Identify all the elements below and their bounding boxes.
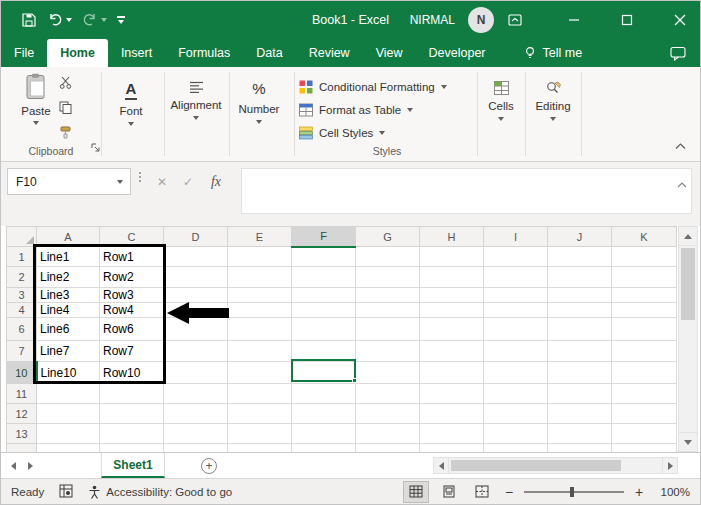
tell-me-box[interactable]: Tell me <box>513 39 593 67</box>
grid-cell[interactable] <box>484 247 548 267</box>
alignment-group-button[interactable]: Alignment <box>167 81 225 120</box>
tab-developer[interactable]: Developer <box>416 39 499 67</box>
conditional-formatting-button[interactable]: Conditional Formatting <box>299 75 475 98</box>
grid-cell[interactable] <box>292 247 356 267</box>
grid-cell[interactable] <box>484 404 548 424</box>
undo-dropdown-icon[interactable] <box>66 18 72 22</box>
grid-cell[interactable]: Line3 <box>37 288 100 303</box>
grid-cell[interactable] <box>548 267 612 288</box>
cell-styles-button[interactable]: Cell Styles <box>299 121 475 144</box>
grid-cell[interactable] <box>548 341 612 362</box>
grid-cell[interactable] <box>356 404 420 424</box>
cancel-button[interactable]: ✕ <box>151 168 173 195</box>
vertical-scroll-thumb[interactable] <box>681 248 695 320</box>
customize-quick-access-button[interactable] <box>117 16 125 24</box>
page-layout-view-button[interactable] <box>437 482 461 502</box>
grid-cell[interactable] <box>548 247 612 267</box>
scroll-up-button[interactable] <box>679 227 697 246</box>
grid-cell[interactable] <box>420 247 484 267</box>
zoom-in-button[interactable]: + <box>633 484 645 500</box>
tab-data[interactable]: Data <box>243 39 295 67</box>
formula-bar-splitter[interactable] <box>139 172 141 182</box>
row-header-12[interactable]: 12 <box>7 404 37 424</box>
grid-cell[interactable] <box>100 424 164 444</box>
ribbon-display-options-button[interactable] <box>507 12 523 28</box>
grid-cell[interactable] <box>484 267 548 288</box>
grid-cell[interactable] <box>228 267 292 288</box>
grid-cell[interactable] <box>228 288 292 303</box>
column-header-c[interactable]: C <box>100 227 164 247</box>
grid-cell[interactable] <box>484 288 548 303</box>
grid-cell[interactable] <box>356 424 420 444</box>
grid-cell[interactable] <box>548 288 612 303</box>
row-header-11[interactable]: 11 <box>7 384 37 404</box>
grid-cell[interactable] <box>548 384 612 404</box>
row-header-2[interactable]: 2 <box>7 267 37 288</box>
grid-cell[interactable]: Row1 <box>100 247 164 267</box>
column-header-j[interactable]: J <box>548 227 612 247</box>
grid-cell[interactable] <box>37 424 100 444</box>
grid-cell[interactable] <box>100 384 164 404</box>
column-header-d[interactable]: D <box>164 227 228 247</box>
undo-button[interactable] <box>47 12 72 28</box>
avatar[interactable]: N <box>468 7 494 33</box>
grid-cell[interactable] <box>292 303 356 318</box>
grid-cell[interactable] <box>484 424 548 444</box>
grid-cell[interactable] <box>484 341 548 362</box>
grid-cell[interactable]: Line2 <box>37 267 100 288</box>
previous-sheet-button[interactable] <box>11 462 16 470</box>
grid-cell[interactable] <box>548 318 612 341</box>
grid-cell[interactable] <box>292 288 356 303</box>
scroll-down-button[interactable] <box>679 432 697 451</box>
format-as-table-dropdown-icon[interactable] <box>407 108 413 112</box>
cut-button[interactable] <box>59 75 72 93</box>
grid-cell[interactable] <box>420 288 484 303</box>
zoom-slider[interactable] <box>524 491 624 493</box>
column-header-g[interactable]: G <box>356 227 420 247</box>
next-sheet-button[interactable] <box>28 462 33 470</box>
close-button[interactable] <box>660 1 700 39</box>
grid-cell[interactable] <box>164 303 228 318</box>
collapse-formula-bar-button[interactable] <box>677 177 687 191</box>
grid-cell[interactable] <box>356 247 420 267</box>
grid-cell[interactable] <box>356 341 420 362</box>
grid-cell[interactable] <box>484 444 548 453</box>
conditional-formatting-dropdown-icon[interactable] <box>441 85 447 89</box>
tab-home[interactable]: Home <box>47 39 108 67</box>
grid-cell[interactable] <box>420 362 484 384</box>
grid-cell[interactable] <box>484 362 548 384</box>
row-header-1[interactable]: 1 <box>7 247 37 267</box>
scroll-left-button[interactable] <box>433 457 449 474</box>
grid-cell[interactable]: Line7 <box>37 341 100 362</box>
grid-cell[interactable] <box>100 444 164 453</box>
minimize-button[interactable] <box>554 1 594 39</box>
column-header-a[interactable]: A <box>37 227 100 247</box>
grid-cell[interactable] <box>612 318 677 341</box>
redo-dropdown-icon[interactable] <box>101 18 107 22</box>
grid-cell[interactable] <box>612 247 677 267</box>
format-as-table-button[interactable]: Format as Table <box>299 98 475 121</box>
grid-cell[interactable] <box>228 341 292 362</box>
grid-cell[interactable] <box>420 318 484 341</box>
grid-cell[interactable]: Line10 <box>37 362 100 384</box>
user-name[interactable]: NIRMAL <box>410 13 455 27</box>
grid-cell[interactable] <box>548 444 612 453</box>
grid-cell[interactable] <box>228 424 292 444</box>
row-header-4[interactable]: 4 <box>7 303 37 318</box>
page-break-preview-button[interactable] <box>470 482 494 502</box>
cells-group-button[interactable]: Cells <box>480 81 522 121</box>
grid-cell[interactable] <box>164 318 228 341</box>
grid-cell[interactable] <box>612 288 677 303</box>
editing-dropdown-icon[interactable] <box>550 117 556 121</box>
copy-button[interactable] <box>59 100 72 118</box>
grid-cell[interactable] <box>164 362 228 384</box>
grid-cell[interactable] <box>292 444 356 453</box>
grid-cell[interactable] <box>356 444 420 453</box>
grid-cell[interactable] <box>612 303 677 318</box>
grid-cell[interactable] <box>612 384 677 404</box>
grid-cell[interactable] <box>164 341 228 362</box>
grid-cell[interactable] <box>548 303 612 318</box>
comments-button[interactable] <box>670 39 686 67</box>
grid-cell[interactable]: Row2 <box>100 267 164 288</box>
grid-cell[interactable] <box>612 341 677 362</box>
